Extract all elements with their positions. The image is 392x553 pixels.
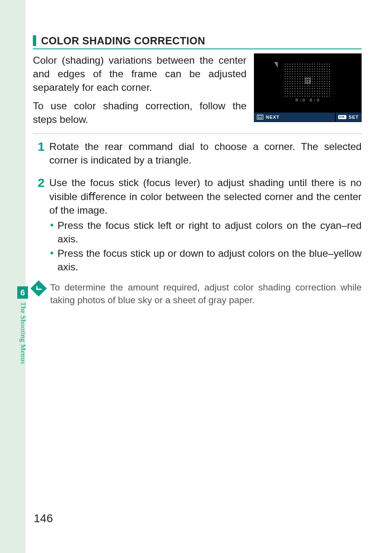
step-item: 1 Rotate the rear command dial to choose… — [33, 140, 362, 168]
lcd-action-bar: NEXT OK SET — [254, 113, 361, 122]
rb-value-label: R:0 B:0 — [254, 98, 361, 103]
chapter-label: The Shooting Menus — [19, 302, 27, 364]
bullet-item: Press the focus stick up or down to adju… — [49, 247, 362, 274]
tip-text: To determine the amount required, adjust… — [50, 281, 362, 307]
lcd-screen-area: R:0 B:0 — [254, 54, 361, 113]
lcd-next-label: NEXT — [266, 115, 279, 120]
lcd-next-segment: NEXT — [254, 115, 282, 120]
section-title: COLOR SHADING CORRECTION — [41, 35, 205, 47]
intro-text: Color (shading) variations between the c… — [33, 53, 247, 126]
step-body: Use the focus stick (focus lever) to adj… — [49, 176, 362, 273]
tip-icon — [30, 280, 47, 297]
sample-grid — [284, 63, 332, 98]
tip-note: To determine the amount required, adjust… — [33, 281, 362, 307]
center-marker-icon — [305, 78, 311, 83]
step-body: Rotate the rear command dial to choose a… — [49, 140, 362, 168]
step-item: 2 Use the focus stick (focus lever) to a… — [33, 176, 362, 273]
page-content: COLOR SHADING CORRECTION Color (shading)… — [33, 35, 362, 307]
intro-row: Color (shading) variations between the c… — [33, 53, 362, 126]
step-bullets: Press the focus stick left or right to a… — [49, 219, 362, 274]
step-number: 2 — [33, 176, 49, 273]
bullet-item: Press the focus stick left or right to a… — [49, 219, 362, 246]
chapter-number-tab: 6 — [17, 286, 28, 299]
lcd-set-segment: OK SET — [336, 115, 361, 120]
section-heading: COLOR SHADING CORRECTION — [33, 35, 362, 49]
page-margin-strip — [0, 0, 25, 553]
section-divider — [33, 134, 362, 134]
heading-accent-bar — [33, 35, 36, 46]
ok-badge-icon: OK — [338, 115, 346, 119]
step-text: Rotate the rear command dial to choose a… — [49, 140, 362, 167]
intro-paragraph: Color (shading) variations between the c… — [33, 53, 247, 94]
intro-paragraph: To use color shading correction, follow … — [33, 99, 247, 126]
corner-triangle-icon — [274, 62, 278, 68]
steps-list: 1 Rotate the rear command dial to choose… — [33, 140, 362, 274]
step-number: 1 — [33, 140, 49, 168]
step-text: Use the focus stick (focus lever) to adj… — [49, 176, 362, 217]
rear-dial-icon — [257, 115, 263, 120]
lcd-set-label: SET — [349, 115, 359, 120]
chapter-number: 6 — [20, 288, 25, 297]
lcd-preview-figure: R:0 B:0 NEXT OK SET — [254, 53, 362, 122]
page-number: 146 — [34, 512, 53, 525]
